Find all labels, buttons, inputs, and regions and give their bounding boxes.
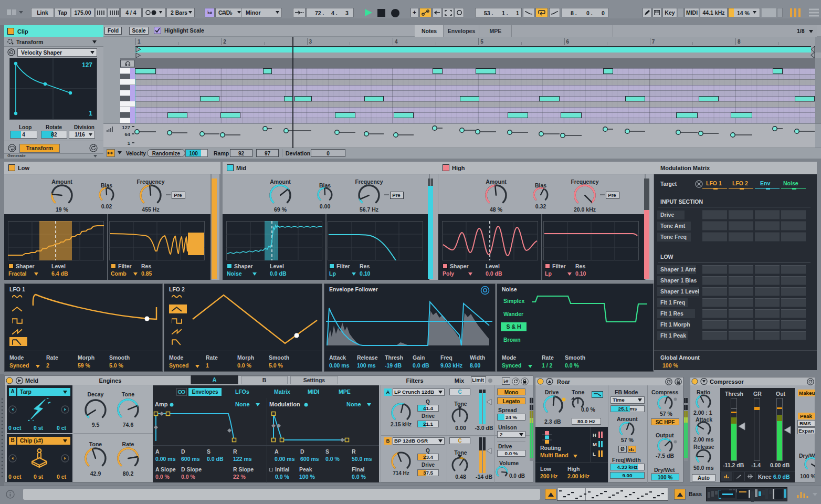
svg-text:127: 127 xyxy=(82,61,92,69)
svg-text:♭#: ♭# xyxy=(503,379,508,384)
